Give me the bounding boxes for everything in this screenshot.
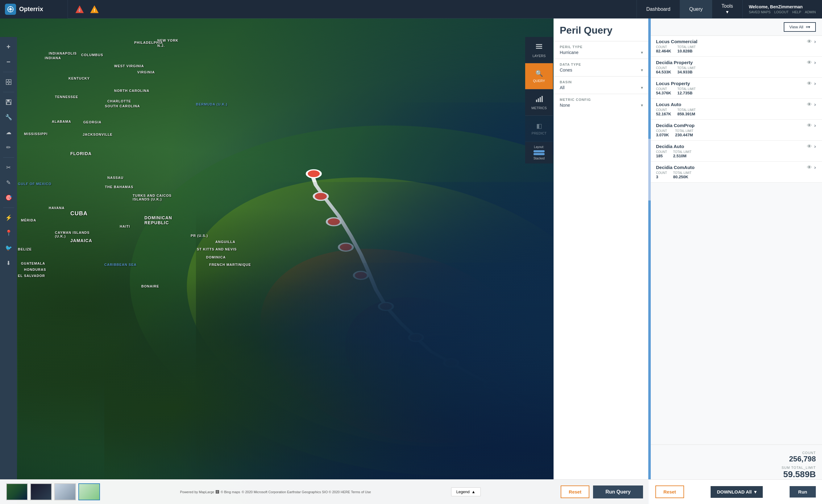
sum-stat-label: SUM TOTAL_LIMIT	[656, 466, 816, 469]
map-thumb-3[interactable]	[78, 483, 100, 500]
result-arrow-icon-6[interactable]: ›	[814, 165, 816, 170]
result-limit-2: TOTAL LIMIT 12.735B	[677, 87, 696, 95]
query-control-button[interactable]: 🔍 QUERY	[525, 63, 553, 89]
legend-button[interactable]: Legend ▲	[451, 487, 481, 496]
tool-divider-1	[3, 72, 14, 72]
result-eye-icon-0[interactable]: 👁	[807, 39, 812, 44]
results-reset-button[interactable]: Reset	[656, 486, 684, 498]
nav-dashboard[interactable]: Dashboard	[637, 0, 680, 18]
warning-alert-icon[interactable]: !	[89, 4, 100, 15]
crosshair-button[interactable]	[2, 75, 15, 89]
cloud-tool-button[interactable]: ☁	[2, 125, 15, 139]
target-tool-button[interactable]: 🎯	[2, 191, 15, 204]
cut-tool-button[interactable]: ✂	[2, 161, 15, 174]
results-list: Locus Commercial COUNT 82.464K TOTAL LIM…	[650, 36, 822, 445]
count-stat-label: COUNT	[656, 451, 816, 455]
result-eye-icon-6[interactable]: 👁	[807, 165, 812, 170]
logo-icon	[5, 4, 16, 15]
download-button[interactable]: DOWNLOAD All ▾	[711, 486, 763, 498]
result-item-2[interactable]: Locus Property COUNT 54.376K TOTAL LIMIT…	[650, 78, 822, 99]
map-thumb-1[interactable]	[30, 483, 52, 500]
result-arrow-icon-4[interactable]: ›	[814, 123, 816, 128]
map-right-controls: LAYERS 🔍 QUERY METRICS ◧ PREDICT Layout:	[525, 37, 553, 163]
result-item-1[interactable]: Decidia Property COUNT 64.533K TOTAL LIM…	[650, 57, 822, 78]
result-count-6: COUNT 3	[656, 171, 667, 179]
admin-link[interactable]: ADMIN	[805, 10, 816, 14]
result-eye-icon-1[interactable]: 👁	[807, 60, 812, 65]
results-run-button[interactable]: Run	[790, 486, 816, 498]
result-arrow-icon-5[interactable]: ›	[814, 144, 816, 149]
main-header: Opterrix ! ⚓ ! Dashboard Query Tools ▾	[0, 0, 822, 18]
predict-control-button[interactable]: ◧ PREDICT	[525, 116, 553, 142]
data-type-value[interactable]: Cones ▾	[560, 68, 643, 72]
logout-link[interactable]: LOGOUT	[774, 10, 788, 14]
wrench-tool-button[interactable]: 🔧	[2, 110, 15, 124]
count-stat-row: COUNT 256,798	[656, 451, 816, 463]
result-arrow-icon-1[interactable]: ›	[814, 60, 816, 65]
result-count-0: COUNT 82.464K	[656, 45, 671, 53]
result-item-0[interactable]: Locus Commercial COUNT 82.464K TOTAL LIM…	[650, 36, 822, 57]
result-arrow-icon-2[interactable]: ›	[814, 81, 816, 86]
result-eye-icon-3[interactable]: 👁	[807, 102, 812, 107]
svg-rect-46	[536, 48, 542, 49]
layout-control-button[interactable]: Layout: Stacked	[525, 142, 553, 163]
result-item-6[interactable]: Decidia ComAuto COUNT 3 TOTAL LIMIT 80.2…	[650, 162, 822, 182]
result-name-4: Decidia ComProp	[656, 123, 695, 128]
results-panel: View All ≡▾ Locus Commercial COUNT 82.46…	[649, 18, 822, 504]
map-thumb-0[interactable]	[6, 483, 28, 500]
map-thumbnails	[6, 483, 100, 500]
result-count-5: COUNT 185	[656, 150, 667, 158]
result-item-5[interactable]: Decidia Auto COUNT 185 TOTAL LIMIT 2.510…	[650, 141, 822, 162]
map-provider-icon: 🅱	[216, 490, 219, 494]
view-all-button[interactable]: View All ≡▾	[784, 22, 816, 32]
result-meta-3: COUNT 52.167K TOTAL LIMIT 859.391M	[656, 108, 696, 116]
result-item-4[interactable]: Decidia ComProp COUNT 3.070K TOTAL LIMIT…	[650, 120, 822, 141]
pin-tool-button[interactable]: 📍	[2, 226, 15, 240]
layers-control-button[interactable]: LAYERS	[525, 37, 553, 63]
svg-rect-51	[533, 150, 544, 152]
saved-maps-link[interactable]: SAVED MAPS	[749, 10, 771, 14]
zoom-out-button[interactable]: −	[2, 55, 15, 69]
svg-rect-48	[538, 98, 539, 102]
result-arrow-icon-3[interactable]: ›	[814, 102, 816, 107]
result-limit-1: TOTAL LIMIT 34.933B	[677, 66, 696, 74]
metric-config-value[interactable]: None ▾	[560, 103, 643, 108]
basin-field: BASIN All ▾	[553, 76, 649, 94]
result-limit-0: TOTAL LIMIT 10.828B	[677, 45, 696, 53]
result-count-3: COUNT 52.167K	[656, 108, 671, 116]
result-eye-icon-2[interactable]: 👁	[807, 81, 812, 86]
draw-tool-button[interactable]: ✎	[2, 176, 15, 189]
lightning-tool-button[interactable]: ⚡	[2, 211, 15, 224]
help-link[interactable]: HELP	[792, 10, 801, 14]
result-limit-3: TOTAL LIMIT 859.391M	[677, 108, 696, 116]
result-count-4: COUNT 3.070K	[656, 129, 669, 137]
peril-type-value[interactable]: Hurricane ▾	[560, 50, 643, 55]
run-query-button[interactable]: Run Query	[593, 486, 643, 498]
result-limit-4: TOTAL LIMIT 230.447M	[675, 129, 693, 137]
data-type-label: DATA TYPE	[560, 63, 643, 66]
result-item-6-right: 👁 ›	[807, 165, 816, 170]
indicator-segment-1	[648, 18, 651, 136]
basin-value[interactable]: All ▾	[560, 85, 643, 90]
result-limit-6: TOTAL LIMIT 80.250K	[673, 171, 692, 179]
danger-alert-icon[interactable]: ! ⚓	[74, 4, 85, 15]
result-count-1: COUNT 64.533K	[656, 66, 671, 74]
nav-tools[interactable]: Tools ▾	[712, 0, 742, 18]
result-eye-icon-4[interactable]: 👁	[807, 123, 812, 128]
query-reset-button[interactable]: Reset	[561, 486, 589, 498]
result-meta-1: COUNT 64.533K TOTAL LIMIT 34.933B	[656, 66, 696, 74]
result-name-5: Decidia Auto	[656, 144, 692, 149]
result-arrow-icon-0[interactable]: ›	[814, 39, 816, 44]
download-tool-button[interactable]: ⬇	[2, 256, 15, 270]
zoom-in-button[interactable]: +	[2, 40, 15, 54]
result-eye-icon-5[interactable]: 👁	[807, 144, 812, 149]
edit-tool-button[interactable]: ✏	[2, 141, 15, 154]
svg-rect-49	[540, 97, 541, 102]
nav-query[interactable]: Query	[680, 0, 712, 18]
save-tool-button[interactable]	[2, 95, 15, 109]
twitter-tool-button[interactable]: 🐦	[2, 241, 15, 255]
result-name-1: Decidia Property	[656, 60, 696, 65]
metrics-control-button[interactable]: METRICS	[525, 89, 553, 116]
map-thumb-2[interactable]	[54, 483, 76, 500]
result-item-3[interactable]: Locus Auto COUNT 52.167K TOTAL LIMIT 859…	[650, 99, 822, 120]
